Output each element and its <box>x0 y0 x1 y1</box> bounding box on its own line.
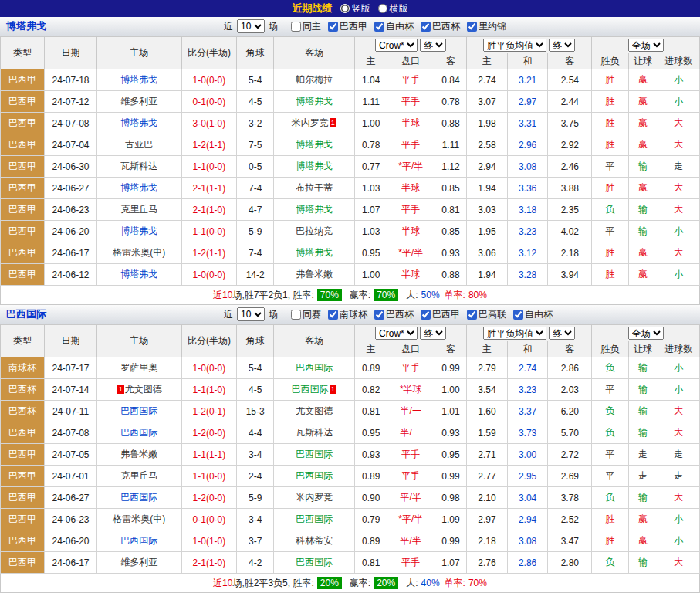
home-team[interactable]: 巴西国际 <box>120 405 157 416</box>
away-team[interactable]: 巴西国际 <box>296 470 333 481</box>
home-team[interactable]: 巴西国际 <box>120 427 157 438</box>
result-handicap: 输 <box>638 204 648 215</box>
filter-option[interactable]: 巴西甲 <box>421 308 460 321</box>
result-outcome-cell: 负 <box>592 357 628 379</box>
filter-checkbox[interactable] <box>291 22 301 32</box>
odds-handicap: 平/半 <box>401 535 421 546</box>
away-team[interactable]: 巴西国际 <box>296 513 333 524</box>
away-team[interactable]: 米内罗竞 <box>296 492 333 503</box>
result-outcome-cell: 胜 <box>592 264 628 286</box>
avg-odds-select[interactable]: 胜平负均值 <box>483 39 546 52</box>
odds-home-cell: 1.03 <box>355 178 387 199</box>
match-date-cell: 24-06-27 <box>45 178 97 199</box>
result-goals-cell: 大 <box>658 178 699 199</box>
avg-final-select[interactable]: 终 <box>549 39 575 52</box>
filter-option[interactable]: 巴西杯 <box>374 308 414 321</box>
away-team[interactable]: 博塔弗戈 <box>296 96 333 107</box>
league-type: 巴西甲 <box>8 161 36 171</box>
match-count-select[interactable]: 10 <box>237 19 265 33</box>
filter-checkbox[interactable] <box>374 310 384 320</box>
away-team[interactable]: 帕尔梅拉 <box>296 74 333 85</box>
avg-final-select[interactable]: 终 <box>549 327 575 340</box>
odds-company-select[interactable]: Crow* <box>375 39 418 52</box>
match-count-select[interactable]: 10 <box>237 307 265 321</box>
away-team[interactable]: 博塔弗戈 <box>296 204 333 215</box>
home-team[interactable]: 克里丘马 <box>120 470 157 481</box>
filter-checkbox[interactable] <box>328 310 338 320</box>
matches-body: 南球杯24-07-17罗萨里奥1-0(0-0)5-4巴西国际0.89平手0.99… <box>1 357 700 574</box>
home-team[interactable]: 格雷米奥(中) <box>113 247 165 258</box>
filter-option[interactable]: 巴西杯 <box>421 20 460 33</box>
filter-checkbox[interactable] <box>328 22 338 32</box>
odds-final-select[interactable]: 终 <box>420 39 446 52</box>
scope-select[interactable]: 全场 <box>628 327 664 340</box>
away-team[interactable]: 博塔弗戈 <box>296 247 333 258</box>
away-team[interactable]: 瓦斯科达 <box>296 427 333 438</box>
team-name-link[interactable]: 巴西国际 <box>0 307 104 321</box>
avg-draw-odds: 2.96 <box>519 140 536 151</box>
home-team[interactable]: 罗萨里奥 <box>120 362 157 373</box>
avg-odds-select[interactable]: 胜平负均值 <box>483 327 546 340</box>
away-team[interactable]: 巴西国际 <box>296 557 333 568</box>
home-team[interactable]: 古亚巴 <box>125 139 153 150</box>
team-name-link[interactable]: 博塔弗戈 <box>0 19 104 33</box>
scope-select[interactable]: 全场 <box>628 39 664 52</box>
filter-option[interactable]: 自由杯 <box>513 308 553 321</box>
match-date-cell: 24-06-17 <box>45 552 97 574</box>
filter-checkbox[interactable] <box>467 310 477 320</box>
filter-option[interactable]: 巴高联 <box>467 308 506 321</box>
filter-checkbox[interactable] <box>291 310 301 320</box>
away-team[interactable]: 博塔弗戈 <box>296 161 333 171</box>
filter-checkbox[interactable] <box>374 22 384 32</box>
odds-company-select[interactable]: Crow* <box>375 327 418 340</box>
home-team[interactable]: 维多利亚 <box>120 557 157 568</box>
avg-draw-odds: 2.94 <box>519 514 536 525</box>
scope-header-cell: 全场 <box>592 37 700 53</box>
odds-home: 0.90 <box>362 493 380 503</box>
filter-option[interactable]: 同赛 <box>291 308 321 321</box>
result-handicap: 走 <box>638 470 648 481</box>
away-team[interactable]: 博塔弗戈 <box>296 139 333 150</box>
away-team[interactable]: 巴西国际 <box>292 384 329 395</box>
home-team[interactable]: 博塔弗戈 <box>120 74 157 85</box>
home-team[interactable]: 博塔弗戈 <box>120 269 157 280</box>
layout-vertical-option[interactable]: 竖版 <box>340 2 370 15</box>
filter-option[interactable]: 里约锦 <box>467 20 506 33</box>
corner-score: 5-9 <box>249 226 262 237</box>
odds-final-select[interactable]: 终 <box>420 327 446 340</box>
home-team[interactable]: 博塔弗戈 <box>120 225 157 236</box>
col-type: 类型 <box>1 325 45 357</box>
horizontal-radio[interactable] <box>378 4 387 13</box>
filter-checkbox[interactable] <box>421 22 431 32</box>
away-team[interactable]: 布拉干蒂 <box>296 182 333 193</box>
filter-checkbox[interactable] <box>467 22 477 32</box>
home-team[interactable]: 瓦斯科达 <box>120 161 157 171</box>
filter-checkbox[interactable] <box>513 310 523 320</box>
filter-option[interactable]: 巴西甲 <box>328 20 367 33</box>
avg-away-odds: 2.72 <box>561 449 579 460</box>
filter-option[interactable]: 南球杯 <box>328 308 367 321</box>
home-team[interactable]: 克里丘马 <box>120 204 157 215</box>
result-handicap-cell: 赢 <box>628 134 658 156</box>
home-team[interactable]: 维多利亚 <box>120 96 157 107</box>
away-team[interactable]: 巴拉纳竞 <box>296 225 333 236</box>
filter-checkbox[interactable] <box>421 310 431 320</box>
home-team[interactable]: 巴西国际 <box>120 492 157 503</box>
away-team[interactable]: 巴西国际 <box>296 362 333 373</box>
away-team[interactable]: 尤文图德 <box>296 405 333 416</box>
home-team[interactable]: 博塔弗戈 <box>120 117 157 128</box>
away-team[interactable]: 科林蒂安 <box>296 535 333 546</box>
away-team[interactable]: 米内罗竞 <box>292 117 329 128</box>
home-team[interactable]: 巴西国际 <box>120 535 157 546</box>
layout-horizontal-option[interactable]: 横版 <box>378 2 408 15</box>
home-team[interactable]: 格雷米奥(中) <box>113 513 165 524</box>
match-date: 24-06-27 <box>52 183 90 194</box>
home-team[interactable]: 尤文图德 <box>125 384 162 395</box>
home-team[interactable]: 博塔弗戈 <box>120 182 157 193</box>
filter-option[interactable]: 自由杯 <box>374 20 414 33</box>
filter-option[interactable]: 同主 <box>291 20 321 33</box>
away-team[interactable]: 弗鲁米嫩 <box>296 269 333 280</box>
vertical-radio[interactable] <box>340 4 350 13</box>
home-team[interactable]: 弗鲁米嫩 <box>120 449 157 459</box>
away-team[interactable]: 巴西国际 <box>296 449 333 459</box>
